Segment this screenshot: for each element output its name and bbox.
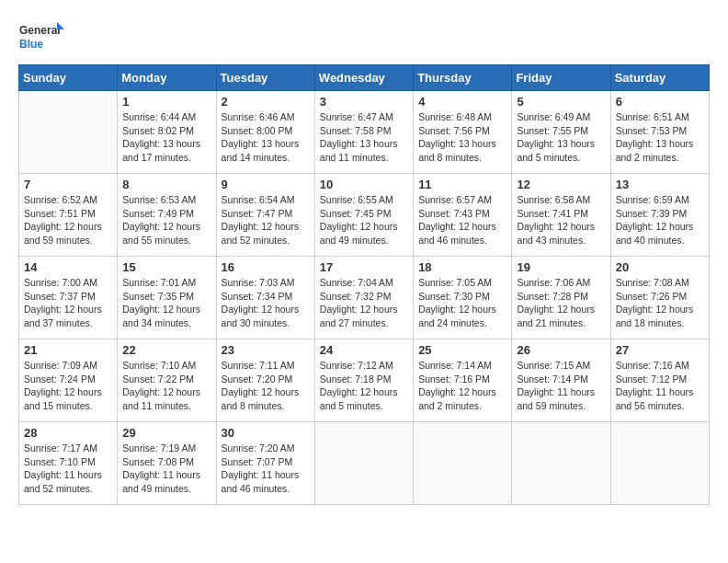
logo: General Blue (18, 18, 64, 55)
calendar-cell: 8Sunrise: 6:53 AM Sunset: 7:49 PM Daylig… (118, 174, 216, 257)
calendar-cell: 9Sunrise: 6:54 AM Sunset: 7:47 PM Daylig… (216, 174, 314, 257)
calendar-cell: 23Sunrise: 7:11 AM Sunset: 7:20 PM Dayli… (216, 339, 314, 422)
calendar-cell (610, 422, 709, 505)
cell-content: Sunrise: 7:01 AM Sunset: 7:35 PM Dayligh… (122, 276, 210, 330)
calendar-cell: 13Sunrise: 6:59 AM Sunset: 7:39 PM Dayli… (610, 174, 709, 257)
cell-content: Sunrise: 6:48 AM Sunset: 7:56 PM Dayligh… (418, 110, 506, 165)
cell-content: Sunrise: 7:05 AM Sunset: 7:30 PM Dayligh… (418, 276, 506, 330)
cell-content: Sunrise: 7:04 AM Sunset: 7:32 PM Dayligh… (320, 276, 408, 330)
calendar-cell: 16Sunrise: 7:03 AM Sunset: 7:34 PM Dayli… (216, 257, 314, 339)
svg-text:General: General (19, 24, 61, 37)
day-number: 27 (616, 343, 704, 357)
day-number: 16 (222, 260, 310, 274)
calendar-week-3: 21Sunrise: 7:09 AM Sunset: 7:24 PM Dayli… (19, 339, 710, 422)
cell-content: Sunrise: 6:49 AM Sunset: 7:55 PM Dayligh… (517, 110, 605, 165)
day-number: 5 (517, 95, 605, 109)
calendar-cell (314, 422, 413, 505)
calendar-cell: 28Sunrise: 7:17 AM Sunset: 7:10 PM Dayli… (19, 422, 118, 505)
calendar-cell: 12Sunrise: 6:58 AM Sunset: 7:41 PM Dayli… (512, 174, 610, 257)
cell-content: Sunrise: 7:15 AM Sunset: 7:14 PM Dayligh… (517, 359, 605, 413)
cell-content: Sunrise: 6:52 AM Sunset: 7:51 PM Dayligh… (24, 193, 112, 247)
page-header: General Blue (18, 18, 710, 55)
day-number: 24 (320, 343, 408, 357)
calendar-cell: 1Sunrise: 6:44 AM Sunset: 8:02 PM Daylig… (118, 91, 216, 174)
cell-content: Sunrise: 7:00 AM Sunset: 7:37 PM Dayligh… (24, 276, 112, 330)
day-number: 11 (418, 178, 506, 191)
calendar-cell: 4Sunrise: 6:48 AM Sunset: 7:56 PM Daylig… (414, 91, 512, 174)
cell-content: Sunrise: 7:16 AM Sunset: 7:12 PM Dayligh… (616, 359, 704, 413)
day-number: 26 (517, 343, 605, 357)
day-number: 2 (222, 95, 310, 109)
day-number: 21 (24, 343, 112, 357)
calendar-cell: 3Sunrise: 6:47 AM Sunset: 7:58 PM Daylig… (314, 91, 413, 174)
calendar-cell (19, 91, 118, 174)
calendar-cell: 10Sunrise: 6:55 AM Sunset: 7:45 PM Dayli… (314, 174, 413, 257)
day-number: 22 (122, 343, 210, 357)
cell-content: Sunrise: 6:51 AM Sunset: 7:53 PM Dayligh… (616, 110, 704, 165)
calendar-cell: 14Sunrise: 7:00 AM Sunset: 7:37 PM Dayli… (19, 257, 118, 339)
logo-svg: General Blue (18, 18, 64, 55)
cell-content: Sunrise: 6:55 AM Sunset: 7:45 PM Dayligh… (320, 193, 408, 247)
day-number: 12 (517, 178, 605, 191)
day-number: 14 (24, 260, 112, 274)
calendar-week-2: 14Sunrise: 7:00 AM Sunset: 7:37 PM Dayli… (19, 257, 710, 339)
day-header-sunday: Sunday (19, 65, 118, 91)
day-number: 1 (122, 95, 210, 109)
svg-text:Blue: Blue (19, 38, 43, 51)
day-number: 8 (122, 178, 210, 191)
calendar-week-0: 1Sunrise: 6:44 AM Sunset: 8:02 PM Daylig… (19, 91, 710, 174)
day-number: 4 (418, 95, 506, 109)
calendar-cell: 24Sunrise: 7:12 AM Sunset: 7:18 PM Dayli… (314, 339, 413, 422)
calendar-cell: 27Sunrise: 7:16 AM Sunset: 7:12 PM Dayli… (610, 339, 709, 422)
cell-content: Sunrise: 6:53 AM Sunset: 7:49 PM Dayligh… (122, 193, 210, 247)
calendar-cell: 17Sunrise: 7:04 AM Sunset: 7:32 PM Dayli… (314, 257, 413, 339)
calendar-cell: 6Sunrise: 6:51 AM Sunset: 7:53 PM Daylig… (610, 91, 709, 174)
calendar-header-row: SundayMondayTuesdayWednesdayThursdayFrid… (19, 65, 710, 91)
day-number: 20 (616, 260, 704, 274)
cell-content: Sunrise: 6:58 AM Sunset: 7:41 PM Dayligh… (517, 193, 605, 247)
day-header-friday: Friday (512, 65, 610, 91)
day-number: 7 (24, 178, 112, 191)
cell-content: Sunrise: 6:54 AM Sunset: 7:47 PM Dayligh… (222, 193, 310, 247)
cell-content: Sunrise: 6:59 AM Sunset: 7:39 PM Dayligh… (616, 193, 704, 247)
cell-content: Sunrise: 7:19 AM Sunset: 7:08 PM Dayligh… (122, 442, 210, 496)
calendar-cell (512, 422, 610, 505)
cell-content: Sunrise: 6:44 AM Sunset: 8:02 PM Dayligh… (122, 110, 210, 165)
calendar-cell: 5Sunrise: 6:49 AM Sunset: 7:55 PM Daylig… (512, 91, 610, 174)
calendar-cell: 19Sunrise: 7:06 AM Sunset: 7:28 PM Dayli… (512, 257, 610, 339)
calendar-cell: 11Sunrise: 6:57 AM Sunset: 7:43 PM Dayli… (414, 174, 512, 257)
calendar-cell: 20Sunrise: 7:08 AM Sunset: 7:26 PM Dayli… (610, 257, 709, 339)
calendar-cell: 29Sunrise: 7:19 AM Sunset: 7:08 PM Dayli… (118, 422, 216, 505)
cell-content: Sunrise: 6:46 AM Sunset: 8:00 PM Dayligh… (222, 110, 310, 165)
calendar-cell: 30Sunrise: 7:20 AM Sunset: 7:07 PM Dayli… (216, 422, 314, 505)
calendar-cell: 7Sunrise: 6:52 AM Sunset: 7:51 PM Daylig… (19, 174, 118, 257)
calendar-cell: 15Sunrise: 7:01 AM Sunset: 7:35 PM Dayli… (118, 257, 216, 339)
day-number: 17 (320, 260, 408, 274)
calendar-cell: 22Sunrise: 7:10 AM Sunset: 7:22 PM Dayli… (118, 339, 216, 422)
calendar-week-1: 7Sunrise: 6:52 AM Sunset: 7:51 PM Daylig… (19, 174, 710, 257)
day-header-saturday: Saturday (610, 65, 709, 91)
day-number: 6 (616, 95, 704, 109)
calendar-cell: 2Sunrise: 6:46 AM Sunset: 8:00 PM Daylig… (216, 91, 314, 174)
cell-content: Sunrise: 7:08 AM Sunset: 7:26 PM Dayligh… (616, 276, 704, 330)
day-number: 10 (320, 178, 408, 191)
calendar-table: SundayMondayTuesdayWednesdayThursdayFrid… (18, 64, 710, 505)
day-header-monday: Monday (118, 65, 216, 91)
calendar-cell: 26Sunrise: 7:15 AM Sunset: 7:14 PM Dayli… (512, 339, 610, 422)
cell-content: Sunrise: 7:20 AM Sunset: 7:07 PM Dayligh… (222, 442, 310, 496)
day-number: 28 (24, 426, 112, 440)
cell-content: Sunrise: 7:10 AM Sunset: 7:22 PM Dayligh… (122, 359, 210, 413)
cell-content: Sunrise: 6:47 AM Sunset: 7:58 PM Dayligh… (320, 110, 408, 165)
cell-content: Sunrise: 7:12 AM Sunset: 7:18 PM Dayligh… (320, 359, 408, 413)
day-number: 29 (122, 426, 210, 440)
calendar-cell: 21Sunrise: 7:09 AM Sunset: 7:24 PM Dayli… (19, 339, 118, 422)
calendar-week-4: 28Sunrise: 7:17 AM Sunset: 7:10 PM Dayli… (19, 422, 710, 505)
cell-content: Sunrise: 7:17 AM Sunset: 7:10 PM Dayligh… (24, 442, 112, 496)
day-header-thursday: Thursday (414, 65, 512, 91)
day-number: 25 (418, 343, 506, 357)
day-number: 3 (320, 95, 408, 109)
day-number: 18 (418, 260, 506, 274)
cell-content: Sunrise: 7:09 AM Sunset: 7:24 PM Dayligh… (24, 359, 112, 413)
day-number: 19 (517, 260, 605, 274)
cell-content: Sunrise: 7:14 AM Sunset: 7:16 PM Dayligh… (418, 359, 506, 413)
